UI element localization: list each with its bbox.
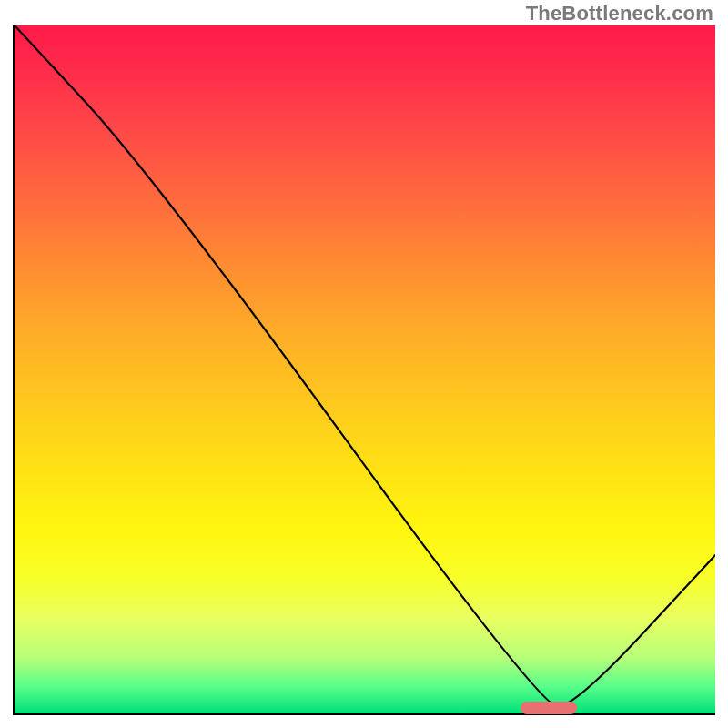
- watermark-text: TheBottleneck.com: [526, 2, 713, 25]
- chart-plot-area: [13, 25, 715, 715]
- chart-line-layer: [15, 25, 715, 713]
- chart-marker: [521, 702, 577, 714]
- chart-curve: [15, 25, 715, 706]
